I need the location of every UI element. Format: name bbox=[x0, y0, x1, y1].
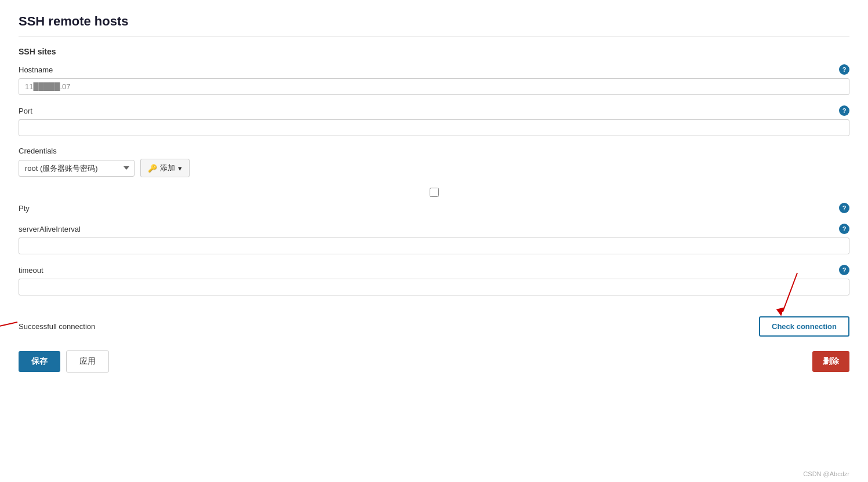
server-alive-interval-group: serverAliveInterval ? bbox=[19, 224, 849, 254]
credentials-row: root (服务器账号密码) 🔑 添加 ▾ bbox=[19, 159, 849, 177]
success-text: Successfull connection bbox=[19, 322, 95, 331]
bottom-row: Successfull connection bbox=[19, 307, 849, 337]
hostname-group: Hostname ? bbox=[19, 64, 849, 95]
left-arrow-annotation bbox=[0, 317, 19, 335]
chevron-down-icon: ▾ bbox=[178, 164, 182, 173]
port-input[interactable] bbox=[19, 119, 849, 136]
add-label: 添加 bbox=[160, 163, 175, 173]
credentials-select[interactable]: root (服务器账号密码) bbox=[19, 160, 135, 177]
timeout-label: timeout bbox=[19, 266, 43, 275]
pty-label: Pty bbox=[19, 204, 30, 213]
timeout-help-icon[interactable]: ? bbox=[839, 265, 849, 275]
add-credential-button[interactable]: 🔑 添加 ▾ bbox=[140, 159, 190, 177]
server-alive-interval-label: serverAliveInterval bbox=[19, 225, 81, 233]
delete-button[interactable]: 删除 bbox=[812, 351, 849, 372]
hostname-help-icon[interactable]: ? bbox=[839, 64, 849, 75]
pty-checkbox[interactable] bbox=[430, 188, 439, 197]
pty-help-icon[interactable]: ? bbox=[839, 203, 849, 213]
bottom-actions: 保存 应用 删除 bbox=[19, 350, 849, 373]
save-button[interactable]: 保存 bbox=[19, 351, 60, 372]
apply-button[interactable]: 应用 bbox=[66, 350, 109, 373]
port-help-icon[interactable]: ? bbox=[839, 105, 849, 116]
timeout-group: timeout ? bbox=[19, 265, 849, 295]
port-label: Port bbox=[19, 107, 32, 115]
section-label: SSH sites bbox=[19, 47, 849, 56]
server-alive-interval-help-icon[interactable]: ? bbox=[839, 224, 849, 234]
watermark: CSDN @Abcdzr bbox=[803, 470, 849, 477]
hostname-input[interactable] bbox=[19, 78, 849, 95]
svg-line-1 bbox=[0, 322, 17, 329]
server-alive-interval-input[interactable] bbox=[19, 238, 849, 254]
svg-line-3 bbox=[783, 273, 797, 312]
pty-group: Pty ? bbox=[19, 203, 849, 213]
credentials-group: Credentials root (服务器账号密码) 🔑 添加 ▾ bbox=[19, 147, 849, 177]
port-group: Port ? bbox=[19, 105, 849, 136]
key-icon: 🔑 bbox=[148, 164, 157, 173]
check-connection-button[interactable]: Check connection bbox=[759, 316, 849, 337]
pty-checkbox-row bbox=[19, 188, 849, 197]
hostname-label: Hostname bbox=[19, 65, 53, 74]
timeout-input[interactable] bbox=[19, 279, 849, 295]
down-arrow-annotation bbox=[757, 270, 803, 316]
credentials-label: Credentials bbox=[19, 147, 57, 155]
page-title: SSH remote hosts bbox=[19, 14, 849, 36]
